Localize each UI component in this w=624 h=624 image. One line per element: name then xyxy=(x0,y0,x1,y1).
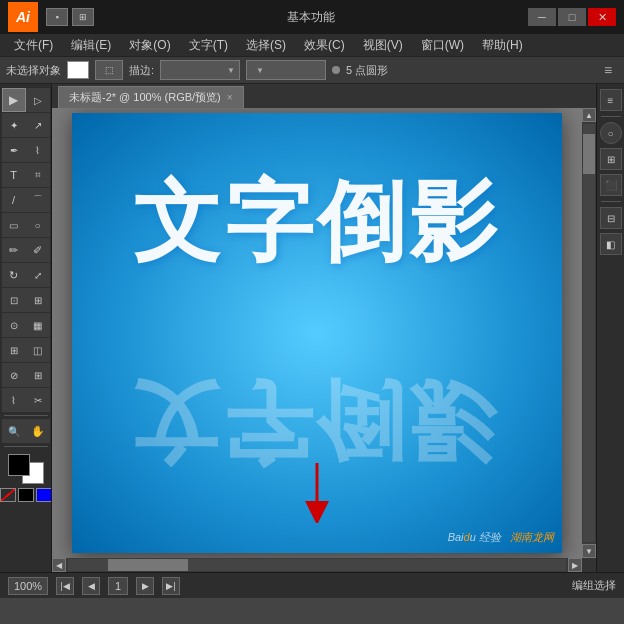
vscroll-track[interactable] xyxy=(583,124,595,542)
fill-swatch[interactable] xyxy=(67,61,89,79)
arc-tool[interactable]: ⌒ xyxy=(26,188,50,212)
tool-row-1: ✦ ↗ xyxy=(2,113,50,137)
blue-swatch[interactable] xyxy=(36,488,52,502)
measure-tool[interactable]: ⊞ xyxy=(26,363,50,387)
stroke-label: 描边: xyxy=(129,63,154,78)
scroll-up-button[interactable]: ▲ xyxy=(582,108,596,122)
eyedropper-tool[interactable]: ⊘ xyxy=(2,363,26,387)
stroke-size-label xyxy=(251,64,254,76)
menu-edit[interactable]: 编辑(E) xyxy=(63,35,119,56)
menu-help[interactable]: 帮助(H) xyxy=(474,35,531,56)
vscrollbar: ▲ ▼ xyxy=(582,108,596,558)
active-tab[interactable]: 未标题-2* @ 100% (RGB/预览) × xyxy=(58,86,244,108)
tool-row-6: ✏ ✐ xyxy=(2,238,50,262)
hscroll-thumb[interactable] xyxy=(108,559,188,571)
magic-wand-tool[interactable]: ✦ xyxy=(2,113,26,137)
tab-title: 未标题-2* @ 100% (RGB/预览) xyxy=(69,90,221,105)
statusbar: 100% |◀ ◀ 1 ▶ ▶| 编组选择 xyxy=(0,572,624,598)
menu-window[interactable]: 窗口(W) xyxy=(413,35,472,56)
main-area: ▶ ▷ ✦ ↗ ✒ ⌇ T ⌗ / ⌒ ▭ ○ ✏ ✐ ↻ ⤢ xyxy=(0,84,624,572)
close-button[interactable]: ✕ xyxy=(588,8,616,26)
maximize-button[interactable]: □ xyxy=(558,8,586,26)
menu-file[interactable]: 文件(F) xyxy=(6,35,61,56)
tab-close-button[interactable]: × xyxy=(227,92,233,103)
menu-view[interactable]: 视图(V) xyxy=(355,35,411,56)
none-swatch[interactable] xyxy=(0,488,16,502)
hand-tool[interactable]: ✋ xyxy=(26,419,50,443)
vscroll-thumb[interactable] xyxy=(583,134,595,174)
hscrollbar: ◀ ▶ xyxy=(52,558,582,572)
rp-menu-icon[interactable]: ≡ xyxy=(600,89,622,111)
nav-next-button[interactable]: ▶ xyxy=(136,577,154,595)
rp-sep-2 xyxy=(601,201,621,202)
mesh-tool[interactable]: ⊞ xyxy=(2,338,26,362)
foreground-swatch[interactable] xyxy=(8,454,30,476)
art-text-top: 文字倒影 xyxy=(72,163,562,282)
right-panel: ≡ ○ ⊞ ⬛ ⊟ ◧ xyxy=(596,84,624,572)
tool-row-10: ⊞ ◫ xyxy=(2,338,50,362)
black-swatch[interactable] xyxy=(18,488,34,502)
artboard: 文字倒影 文字倒影 Baidu 经验 湖南 xyxy=(72,113,562,553)
swatch-stack xyxy=(8,454,44,484)
select-tool[interactable]: ▶ xyxy=(2,88,26,112)
menu-effect[interactable]: 效果(C) xyxy=(296,35,353,56)
symbol-tool[interactable]: ⊙ xyxy=(2,313,26,337)
line-tool[interactable]: / xyxy=(2,188,26,212)
status-text: 编组选择 xyxy=(572,578,616,593)
tab-bar: 未标题-2* @ 100% (RGB/预览) × xyxy=(52,84,596,108)
watermark: Baidu 经验 湖南龙网 xyxy=(448,530,554,545)
brush-tool[interactable]: ✏ xyxy=(2,238,26,262)
lasso-tool[interactable]: ↗ xyxy=(26,113,50,137)
tool-row-7: ↻ ⤢ xyxy=(2,263,50,287)
rp-transform-icon[interactable]: ◧ xyxy=(600,233,622,255)
nav-prev-button[interactable]: ◀ xyxy=(82,577,100,595)
minimize-button[interactable]: ─ xyxy=(528,8,556,26)
rp-align-icon[interactable]: ⊟ xyxy=(600,207,622,229)
scroll-down-button[interactable]: ▼ xyxy=(582,544,596,558)
gradient-tool[interactable]: ◫ xyxy=(26,338,50,362)
tool-separator xyxy=(4,415,48,416)
rect-tool[interactable]: ▭ xyxy=(2,213,26,237)
type-area-tool[interactable]: ⌗ xyxy=(26,163,50,187)
pencil-tool[interactable]: ✐ xyxy=(26,238,50,262)
rotate-tool[interactable]: ↻ xyxy=(2,263,26,287)
left-toolbar: ▶ ▷ ✦ ↗ ✒ ⌇ T ⌗ / ⌒ ▭ ○ ✏ ✐ ↻ ⤢ xyxy=(0,84,52,572)
tool-row-8: ⊡ ⊞ xyxy=(2,288,50,312)
scroll-corner xyxy=(582,558,596,572)
zoom-tool[interactable]: 🔍 xyxy=(2,419,26,443)
rp-artboards-icon[interactable]: ⬛ xyxy=(600,174,622,196)
menu-select[interactable]: 选择(S) xyxy=(238,35,294,56)
column-graph-tool[interactable]: ▦ xyxy=(26,313,50,337)
type-tool[interactable]: T xyxy=(2,163,26,187)
curvature-tool[interactable]: ⌇ xyxy=(26,138,50,162)
window-controls: ─ □ ✕ xyxy=(528,8,616,26)
hscroll-track[interactable] xyxy=(68,559,566,571)
scroll-right-button[interactable]: ▶ xyxy=(568,558,582,572)
direct-select-tool[interactable]: ▷ xyxy=(26,88,50,112)
canvas-column: 未标题-2* @ 100% (RGB/预览) × 文字倒影 文字倒影 xyxy=(52,84,596,572)
zoom-input[interactable]: 100% xyxy=(8,577,48,595)
page-number-input[interactable]: 1 xyxy=(108,577,128,595)
scissors-tool[interactable]: ✂ xyxy=(26,388,50,412)
red-arrow xyxy=(297,463,337,523)
menu-object[interactable]: 对象(O) xyxy=(121,35,178,56)
menu-text[interactable]: 文字(T) xyxy=(181,35,236,56)
rp-stroke-icon[interactable]: ○ xyxy=(600,122,622,144)
rp-layers-icon[interactable]: ⊞ xyxy=(600,148,622,170)
title-icons: ▪ ⊞ xyxy=(46,8,94,26)
warp-tool[interactable]: ⊡ xyxy=(2,288,26,312)
stroke-dropdown[interactable]: ▼ xyxy=(160,60,240,80)
color-area xyxy=(2,454,50,502)
nav-first-button[interactable]: |◀ xyxy=(56,577,74,595)
stroke-size-dropdown[interactable]: ▼ xyxy=(246,60,326,80)
scroll-left-button[interactable]: ◀ xyxy=(52,558,66,572)
free-transform-tool[interactable]: ⊞ xyxy=(26,288,50,312)
tool-separator-2 xyxy=(4,446,48,447)
ellipse-tool[interactable]: ○ xyxy=(26,213,50,237)
nav-last-button[interactable]: ▶| xyxy=(162,577,180,595)
controlbar: 未选择对象 ⬚ 描边: ▼ ▼ 5 点圆形 ≡ xyxy=(0,56,624,84)
blend-tool[interactable]: ⌇ xyxy=(2,388,26,412)
scale-tool[interactable]: ⤢ xyxy=(26,263,50,287)
settings-icon[interactable]: ≡ xyxy=(598,60,618,80)
pen-tool[interactable]: ✒ xyxy=(2,138,26,162)
